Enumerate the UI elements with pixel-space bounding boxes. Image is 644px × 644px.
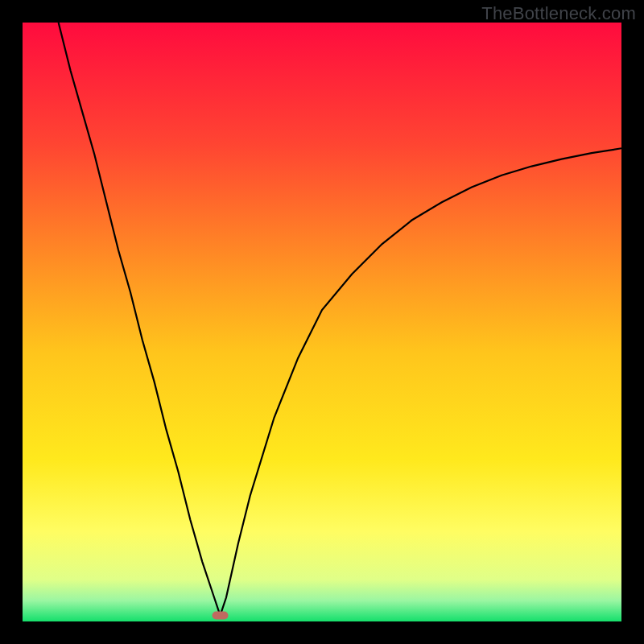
attribution-label: TheBottleneck.com [481,3,636,24]
chart-svg [23,23,621,621]
chart-frame: TheBottleneck.com [0,0,644,644]
plot-area [23,23,621,621]
gradient-background [23,23,621,621]
bottleneck-marker [213,612,229,620]
